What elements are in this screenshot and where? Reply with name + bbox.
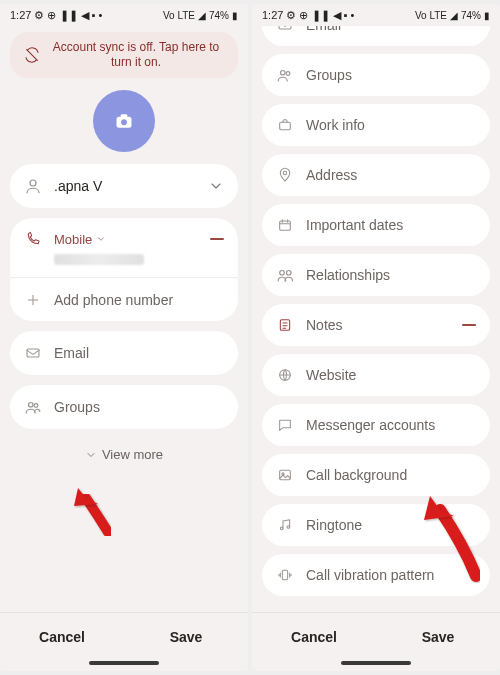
camera-icon [114, 111, 134, 131]
sync-banner[interactable]: Account sync is off. Tap here to turn it… [10, 32, 238, 78]
footer-bar: Cancel Save [252, 612, 500, 655]
globe-icon [276, 366, 294, 384]
phone-field[interactable]: Mobile [10, 218, 238, 277]
signal-icon: ◢ [198, 10, 206, 21]
chevron-down-icon [96, 234, 106, 244]
save-button[interactable]: Save [376, 613, 500, 655]
save-button[interactable]: Save [124, 613, 248, 655]
svg-rect-21 [282, 570, 287, 579]
location-icon [276, 166, 294, 184]
contact-avatar[interactable] [93, 90, 155, 152]
relationships-icon [276, 266, 294, 284]
plus-icon [24, 291, 42, 309]
status-battery: 74% [209, 10, 229, 21]
call-background-field[interactable]: Call background [262, 454, 490, 496]
battery-icon: ▮ [232, 10, 238, 21]
name-field[interactable]: .apna V [10, 164, 238, 208]
remove-notes-button[interactable] [462, 324, 476, 326]
svg-point-11 [283, 171, 286, 174]
website-field[interactable]: Website [262, 354, 490, 396]
svg-point-9 [286, 72, 290, 76]
cancel-button[interactable]: Cancel [0, 613, 124, 655]
nav-handle[interactable] [0, 655, 248, 671]
status-net: Vo LTE [163, 10, 195, 21]
svg-point-14 [287, 271, 292, 276]
status-indicators: ⚙ ⊕ ❚❚ ◀ ▪ • [286, 9, 354, 22]
svg-point-20 [287, 526, 290, 529]
svg-point-6 [34, 404, 38, 408]
vibration-field[interactable]: Call vibration pattern [262, 554, 490, 596]
footer-bar: Cancel Save [0, 612, 248, 655]
email-field[interactable]: Email [10, 331, 238, 375]
svg-point-3 [30, 180, 36, 186]
annotation-arrow [68, 486, 118, 536]
notes-icon [276, 316, 294, 334]
ringtone-field[interactable]: Ringtone [262, 504, 490, 546]
svg-rect-12 [280, 221, 291, 230]
music-icon [276, 516, 294, 534]
phone-icon [24, 230, 42, 248]
briefcase-icon [276, 116, 294, 134]
phone-type-selector[interactable]: Mobile [54, 232, 198, 247]
groups-field[interactable]: Groups [262, 54, 490, 96]
svg-point-5 [29, 403, 34, 408]
cancel-button[interactable]: Cancel [252, 613, 376, 655]
svg-rect-17 [280, 470, 291, 479]
work-info-field[interactable]: Work info [262, 104, 490, 146]
chat-icon [276, 416, 294, 434]
signal-icon: ◢ [450, 10, 458, 21]
groups-icon [24, 398, 42, 416]
groups-field[interactable]: Groups [10, 385, 238, 429]
add-phone-button[interactable]: Add phone number [10, 277, 238, 321]
svg-rect-2 [121, 114, 128, 117]
battery-icon: ▮ [484, 10, 490, 21]
svg-point-13 [280, 271, 285, 276]
notes-field[interactable]: Notes [262, 304, 490, 346]
svg-point-8 [281, 71, 286, 76]
status-time: 1:27 [262, 9, 283, 21]
status-battery: 74% [461, 10, 481, 21]
phone-left: 1:27 ⚙ ⊕ ❚❚ ◀ ▪ • Vo LTE ◢ 74% ▮ Account… [0, 4, 248, 671]
name-value: .apna V [54, 178, 196, 194]
sync-off-icon [24, 47, 40, 63]
status-net: Vo LTE [415, 10, 447, 21]
status-indicators: ⚙ ⊕ ❚❚ ◀ ▪ • [34, 9, 102, 22]
email-icon [24, 344, 42, 362]
dates-field[interactable]: Important dates [262, 204, 490, 246]
svg-rect-4 [27, 349, 39, 357]
remove-phone-button[interactable] [210, 238, 224, 240]
chevron-down-icon [85, 449, 97, 461]
messenger-field[interactable]: Messenger accounts [262, 404, 490, 446]
image-icon [276, 466, 294, 484]
status-time: 1:27 [10, 9, 31, 21]
vibration-icon [276, 566, 294, 584]
person-icon [24, 177, 42, 195]
groups-icon [276, 66, 294, 84]
phone-right: 1:27 ⚙ ⊕ ❚❚ ◀ ▪ • Vo LTE ◢ 74% ▮ Email [252, 4, 500, 671]
svg-point-1 [121, 119, 127, 125]
sync-banner-text: Account sync is off. Tap here to turn it… [48, 40, 224, 70]
calendar-icon [276, 216, 294, 234]
svg-point-18 [282, 473, 284, 475]
email-field[interactable]: Email [262, 26, 490, 46]
chevron-down-icon[interactable] [208, 178, 224, 194]
email-icon [276, 26, 294, 34]
relationships-field[interactable]: Relationships [262, 254, 490, 296]
svg-point-19 [280, 527, 283, 530]
svg-rect-10 [280, 122, 291, 129]
view-more-button[interactable]: View more [10, 439, 238, 476]
status-bar: 1:27 ⚙ ⊕ ❚❚ ◀ ▪ • Vo LTE ◢ 74% ▮ [252, 4, 500, 26]
nav-handle[interactable] [252, 655, 500, 671]
status-bar: 1:27 ⚙ ⊕ ❚❚ ◀ ▪ • Vo LTE ◢ 74% ▮ [0, 4, 248, 26]
phone-number-value [24, 254, 224, 265]
address-field[interactable]: Address [262, 154, 490, 196]
